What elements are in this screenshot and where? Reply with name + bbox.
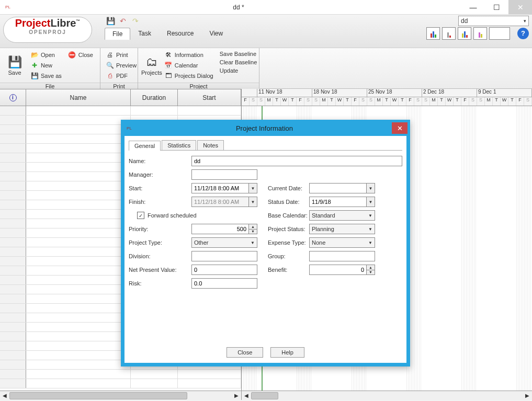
project-status-select[interactable]: Planning▼ (309, 224, 375, 234)
priority-input[interactable] (191, 224, 249, 234)
dialog-help-button[interactable]: Help (270, 347, 304, 358)
column-start[interactable]: Start (178, 89, 241, 106)
print-icon: 🖨 (106, 51, 114, 59)
status-date-input[interactable] (309, 197, 367, 207)
label-project-type: Project Type: (129, 239, 191, 246)
projects-button[interactable]: 🗂 Projects (141, 50, 162, 81)
preview-button[interactable]: 🔍Preview (104, 61, 139, 70)
help-icon[interactable]: ? (517, 28, 529, 39)
risk-field[interactable] (191, 278, 257, 289)
label-status-date: Status Date: (265, 199, 309, 205)
project-selector[interactable]: dd ▾ (458, 16, 529, 26)
spin-down-icon[interactable]: ▼ (249, 230, 257, 234)
redo-icon[interactable]: ↷ (131, 16, 140, 26)
label-division: Division: (129, 253, 191, 259)
minimize-button[interactable]: — (461, 0, 485, 15)
view-chart4-icon[interactable] (473, 27, 487, 40)
tab-resource[interactable]: Resource (159, 27, 201, 39)
view-chart3-icon[interactable] (458, 27, 471, 40)
chevron-down-icon[interactable]: ▼ (367, 183, 375, 193)
open-icon: 📂 (30, 51, 39, 59)
label-finish: Finish: (129, 199, 191, 205)
dialog-close-button[interactable]: ✕ (392, 122, 408, 134)
logo-tm: ™ (76, 19, 80, 24)
close-file-button[interactable]: ⛔Close (66, 50, 95, 60)
undo-icon[interactable]: ↶ (118, 16, 128, 26)
benefit-stepper[interactable]: ▲▼ (309, 265, 375, 275)
start-field[interactable]: ▼ (191, 183, 257, 193)
gantt-day-cell: T (383, 97, 391, 106)
spin-up-icon[interactable]: ▲ (367, 265, 375, 270)
clear-baseline-button[interactable]: Clear Baseline (218, 59, 259, 66)
qat-save-icon[interactable]: 💾 (106, 16, 115, 26)
label-manager: Manager: (129, 171, 191, 178)
label-base-calendar: Base Calendar: (265, 212, 309, 219)
benefit-input[interactable] (309, 265, 367, 275)
scroll-left-icon[interactable]: ◀ (0, 393, 9, 398)
group-field[interactable] (309, 251, 375, 261)
table-row[interactable] (0, 106, 241, 116)
column-info[interactable]: i (0, 89, 26, 106)
information-button[interactable]: 🛠Information (162, 50, 216, 60)
tab-view[interactable]: View (201, 27, 231, 39)
dialog-tab-general[interactable]: General (129, 141, 161, 151)
save-baseline-button[interactable]: Save Baseline (218, 50, 259, 58)
column-duration[interactable]: Duration (131, 89, 178, 106)
dialog-tab-notes[interactable]: Notes (197, 140, 224, 150)
new-button[interactable]: ✚New (28, 61, 64, 70)
right-hscrollbar[interactable]: ◀ ▶ (242, 391, 532, 400)
view-chart1-icon[interactable] (426, 27, 440, 40)
column-name[interactable]: Name (26, 89, 131, 106)
manager-field[interactable] (191, 169, 257, 180)
dialog-close-action-button[interactable]: Close (227, 347, 263, 358)
start-input[interactable] (191, 183, 249, 193)
gantt-day-cell: S (257, 97, 265, 106)
dialog-titlebar[interactable]: PL Project Information ✕ (121, 120, 410, 136)
chevron-down-icon[interactable]: ▼ (249, 183, 257, 193)
project-type-select[interactable]: Other▼ (191, 237, 257, 248)
dialog-tab-statistics[interactable]: Statistics (162, 140, 196, 150)
view-chart2-icon[interactable] (442, 27, 456, 40)
table-row[interactable] (0, 379, 241, 388)
project-information-dialog: PL Project Information ✕ General Statist… (121, 120, 410, 366)
spin-up-icon[interactable]: ▲ (249, 224, 257, 230)
current-date-input[interactable] (309, 183, 367, 193)
tab-task[interactable]: Task (130, 27, 159, 39)
saveas-button[interactable]: 💾Save as (28, 71, 64, 81)
table-row[interactable] (0, 370, 241, 379)
update-button[interactable]: Update (218, 67, 259, 74)
view-blank-icon[interactable] (489, 27, 510, 40)
status-date-field[interactable]: ▼ (309, 197, 375, 207)
chevron-down-icon[interactable]: ▼ (367, 197, 375, 207)
expense-type-select[interactable]: None▼ (309, 237, 375, 248)
scroll-left-icon[interactable]: ◀ (242, 393, 251, 398)
left-hscrollbar[interactable]: ◀ ▶ (0, 391, 241, 400)
calendar-button[interactable]: 📅Calendar (162, 61, 216, 70)
npv-field[interactable] (191, 265, 257, 275)
tab-file[interactable]: File (105, 28, 130, 40)
gantt-day-cell: S (250, 97, 257, 106)
window-title: dd * (16, 4, 461, 11)
open-button[interactable]: 📂Open (28, 50, 64, 60)
name-field[interactable] (191, 156, 402, 166)
spin-down-icon[interactable]: ▼ (367, 270, 375, 275)
info-icon: i (9, 94, 17, 101)
division-field[interactable] (191, 251, 257, 261)
forward-scheduled-checkbox[interactable]: ✓ (137, 212, 144, 219)
current-date-field[interactable]: ▼ (309, 183, 375, 193)
gantt-day-cell: F (242, 97, 250, 106)
gantt-day-cell: S (359, 97, 367, 106)
base-calendar-select[interactable]: Standard▼ (309, 210, 375, 221)
scroll-right-icon[interactable]: ▶ (523, 393, 532, 398)
print-button[interactable]: 🖨Print (104, 50, 139, 60)
close-button[interactable]: ✕ (508, 0, 532, 15)
priority-stepper[interactable]: ▲▼ (191, 224, 257, 234)
pdf-button[interactable]: ⎙PDF (104, 71, 139, 81)
gantt-day-cell: T (454, 97, 461, 106)
gantt-day-cell: F (516, 97, 524, 106)
scroll-right-icon[interactable]: ▶ (232, 393, 241, 398)
maximize-button[interactable]: ☐ (485, 0, 508, 15)
projects-dialog-button[interactable]: 🗔Projects Dialog (162, 71, 216, 81)
save-button[interactable]: 💾 Save (3, 50, 26, 81)
header: ProjectLibre™ OPENPROJ 💾 ↶ ↷ dd ▾ File T… (0, 15, 532, 48)
